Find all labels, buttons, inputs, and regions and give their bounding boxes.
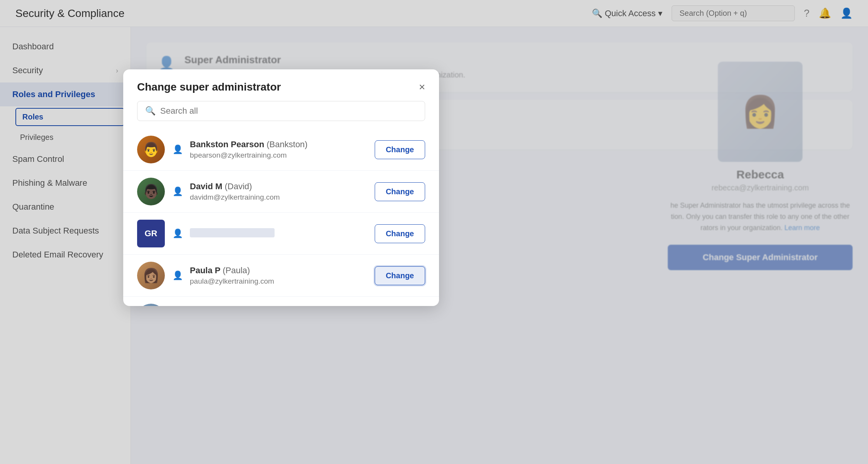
user-role-icon: 👤 (173, 271, 183, 281)
user-bankston-avatar: 👨 (137, 136, 165, 163)
user-list-item: 🧑 👤 Change (123, 297, 439, 306)
user-list-item: 👩🏽 👤 Paula P (Paula) paula@zylkertrainin… (123, 255, 439, 297)
user-gr-info (190, 228, 367, 239)
change-david-button[interactable]: Change (375, 182, 425, 201)
user-paula-info: Paula P (Paula) paula@zylkertraining.com (190, 266, 367, 286)
modal-header: Change super administrator × (123, 69, 439, 101)
user-gr-row-info: 👤 (173, 228, 367, 239)
user-paula-avatar: 👩🏽 (137, 262, 165, 289)
user-paula-name: Paula P (Paula) (190, 266, 367, 276)
user5-avatar: 🧑 (137, 304, 165, 306)
modal-close-button[interactable]: × (419, 82, 425, 92)
user-bankston-info: Bankston Pearson (Bankston) bpearson@zyl… (190, 140, 367, 160)
user-david-name: David M (David) (190, 182, 367, 192)
user-bankston-name: Bankston Pearson (Bankston) (190, 140, 367, 150)
change-admin-modal: Change super administrator × 🔍 👨 👤 Banks… (123, 69, 439, 306)
modal-search-container: 🔍 (137, 101, 425, 121)
change-bankston-button[interactable]: Change (375, 140, 425, 159)
user-david-row-info: 👤 David M (David) davidm@zylkertraining.… (173, 182, 367, 202)
user-list-item: 👨🏿 👤 David M (David) davidm@zylkertraini… (123, 171, 439, 213)
modal-search-input[interactable] (160, 106, 417, 116)
user-paula-email: paula@zylkertraining.com (190, 277, 367, 286)
user-bankston-email: bpearson@zylkertraining.com (190, 151, 367, 160)
user-gr-avatar: GR (137, 220, 165, 247)
user-david-info: David M (David) davidm@zylkertraining.co… (190, 182, 367, 202)
user-paula-row-info: 👤 Paula P (Paula) paula@zylkertraining.c… (173, 266, 367, 286)
user-role-icon: 👤 (173, 145, 183, 155)
user-role-icon: 👤 (173, 229, 183, 239)
user-list-item: 👨 👤 Bankston Pearson (Bankston) bpearson… (123, 129, 439, 171)
user-bankston-row-info: 👤 Bankston Pearson (Bankston) bpearson@z… (173, 140, 367, 160)
user-david-email: davidm@zylkertraining.com (190, 193, 367, 202)
change-gr-button[interactable]: Change (375, 224, 425, 243)
user-david-avatar: 👨🏿 (137, 178, 165, 205)
user-role-icon: 👤 (173, 187, 183, 197)
user-gr-name-blurred (190, 228, 275, 237)
change-paula-button[interactable]: Change (375, 266, 425, 285)
modal-search-icon: 🔍 (145, 106, 156, 116)
modal-title: Change super administrator (137, 81, 281, 93)
user-list-item: GR 👤 Change (123, 213, 439, 255)
modal-user-list: 👨 👤 Bankston Pearson (Bankston) bpearson… (123, 129, 439, 306)
